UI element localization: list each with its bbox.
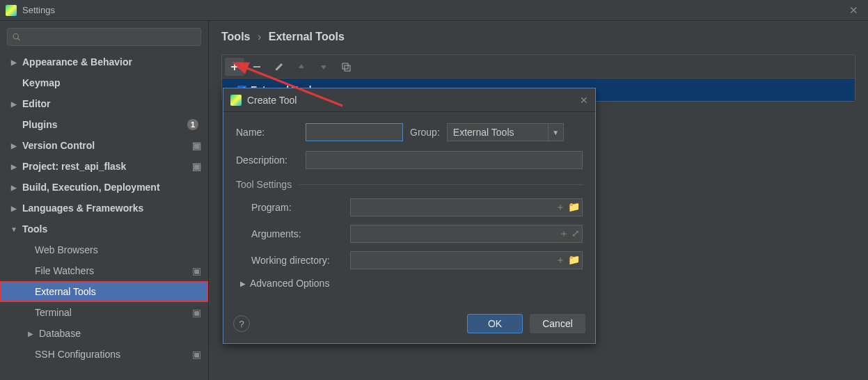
advanced-options-toggle[interactable]: ▶ Advanced Options bbox=[236, 278, 583, 289]
insert-macro-icon[interactable]: ＋ bbox=[559, 228, 569, 240]
svg-line-1 bbox=[18, 38, 20, 40]
window-close-button[interactable]: ✕ bbox=[845, 3, 862, 18]
pencil-icon bbox=[274, 62, 284, 72]
svg-rect-6 bbox=[345, 65, 350, 71]
remove-tool-button[interactable] bbox=[247, 58, 267, 76]
sidebar-item-ssh-config[interactable]: SSH Configurations▣ bbox=[0, 344, 208, 365]
sidebar-item-appearance[interactable]: ▶Appearance & Behavior bbox=[0, 52, 208, 72]
arrow-up-icon bbox=[297, 63, 306, 71]
breadcrumb-root[interactable]: Tools bbox=[221, 31, 250, 42]
program-label: Program: bbox=[251, 202, 342, 213]
description-input[interactable] bbox=[306, 151, 583, 169]
update-badge: 1 bbox=[187, 119, 198, 130]
create-tool-dialog: Create Tool ✕ Name: Group: External Tool… bbox=[223, 88, 596, 344]
copy-icon bbox=[341, 62, 351, 72]
working-dir-input[interactable] bbox=[350, 251, 583, 269]
sidebar-item-label: Tools bbox=[22, 223, 201, 235]
sidebar-item-keymap[interactable]: Keymap bbox=[0, 72, 208, 93]
settings-sidebar: ▶Appearance & Behavior Keymap ▶Editor Pl… bbox=[0, 21, 209, 380]
sidebar-item-file-watchers[interactable]: File Watchers▣ bbox=[0, 260, 208, 281]
project-scope-icon: ▣ bbox=[192, 349, 201, 360]
chevron-right-icon: ▶ bbox=[10, 205, 18, 212]
arrow-down-icon bbox=[319, 63, 328, 71]
chevron-right-icon: ▶ bbox=[240, 280, 246, 287]
settings-tree: ▶Appearance & Behavior Keymap ▶Editor Pl… bbox=[0, 52, 208, 365]
group-combobox[interactable]: External Tools ▼ bbox=[447, 123, 564, 141]
sidebar-item-label: Plugins bbox=[22, 119, 187, 130]
advanced-label: Advanced Options bbox=[250, 278, 329, 289]
tool-name-input[interactable] bbox=[306, 123, 403, 141]
minus-icon bbox=[252, 62, 262, 72]
dialog-title-bar: Create Tool ✕ bbox=[223, 88, 595, 112]
chevron-right-icon: ▶ bbox=[10, 58, 18, 66]
settings-search-input[interactable] bbox=[7, 28, 201, 46]
settings-search-field[interactable] bbox=[24, 32, 196, 42]
tools-toolbar bbox=[222, 55, 855, 79]
breadcrumb-leaf: External Tools bbox=[269, 31, 345, 42]
pycharm-icon bbox=[230, 95, 242, 106]
title-bar: Settings ✕ bbox=[0, 0, 868, 21]
ok-button[interactable]: OK bbox=[467, 314, 523, 333]
edit-tool-button[interactable] bbox=[269, 58, 289, 76]
sidebar-item-plugins[interactable]: Plugins1 bbox=[0, 114, 208, 135]
chevron-right-icon: ▶ bbox=[10, 163, 18, 171]
chevron-right-icon: ▶ bbox=[26, 330, 35, 338]
project-scope-icon: ▣ bbox=[192, 161, 201, 172]
sidebar-item-label: Build, Execution, Deployment bbox=[22, 182, 201, 193]
project-scope-icon: ▣ bbox=[192, 265, 201, 276]
sidebar-item-build[interactable]: ▶Build, Execution, Deployment bbox=[0, 177, 208, 198]
arguments-input[interactable] bbox=[350, 225, 583, 243]
section-title: Tool Settings bbox=[236, 179, 292, 190]
move-down-button[interactable] bbox=[314, 58, 333, 76]
arguments-label: Arguments: bbox=[251, 228, 342, 239]
sidebar-item-external-tools[interactable]: External Tools bbox=[0, 281, 208, 302]
pycharm-icon bbox=[6, 5, 17, 16]
insert-macro-icon[interactable]: ＋ bbox=[555, 201, 565, 214]
description-label: Description: bbox=[236, 155, 299, 166]
move-up-button[interactable] bbox=[292, 58, 311, 76]
svg-point-0 bbox=[13, 33, 18, 38]
sidebar-item-label: Terminal bbox=[35, 307, 188, 318]
sidebar-item-database[interactable]: ▶Database bbox=[0, 323, 208, 344]
sidebar-item-label: Keymap bbox=[22, 77, 201, 88]
sidebar-item-label: Database bbox=[39, 328, 201, 339]
dialog-title: Create Tool bbox=[247, 95, 297, 106]
browse-folder-icon[interactable]: 📁 bbox=[568, 201, 580, 214]
chevron-right-icon: ▶ bbox=[10, 142, 18, 150]
sidebar-item-label: External Tools bbox=[35, 286, 201, 297]
insert-macro-icon[interactable]: ＋ bbox=[555, 254, 565, 267]
expand-icon[interactable]: ⤢ bbox=[571, 228, 580, 240]
sidebar-item-label: Appearance & Behavior bbox=[22, 56, 201, 68]
cancel-button[interactable]: Cancel bbox=[530, 314, 585, 333]
group-label: Group: bbox=[410, 127, 440, 138]
svg-rect-5 bbox=[342, 63, 348, 69]
sidebar-item-label: SSH Configurations bbox=[35, 349, 188, 360]
project-scope-icon: ▣ bbox=[192, 307, 201, 318]
chevron-down-icon: ▼ bbox=[548, 124, 563, 141]
help-button[interactable]: ? bbox=[233, 315, 250, 332]
sidebar-item-label: Editor bbox=[22, 98, 201, 109]
sidebar-item-label: Version Control bbox=[22, 140, 188, 151]
sidebar-item-label: Languages & Frameworks bbox=[22, 203, 201, 214]
sidebar-item-label: File Watchers bbox=[35, 265, 188, 276]
tool-settings-section: Tool Settings bbox=[236, 179, 583, 190]
sidebar-item-languages[interactable]: ▶Languages & Frameworks bbox=[0, 198, 208, 219]
sidebar-item-web-browsers[interactable]: Web Browsers bbox=[0, 239, 208, 260]
program-input[interactable] bbox=[350, 198, 583, 216]
dialog-close-button[interactable]: ✕ bbox=[580, 95, 588, 106]
copy-tool-button[interactable] bbox=[336, 58, 356, 76]
sidebar-item-editor[interactable]: ▶Editor bbox=[0, 93, 208, 114]
sidebar-item-label: Project: rest_api_flask bbox=[22, 161, 188, 172]
sidebar-item-terminal[interactable]: Terminal▣ bbox=[0, 302, 208, 323]
sidebar-item-vcs[interactable]: ▶Version Control▣ bbox=[0, 135, 208, 156]
sidebar-item-project[interactable]: ▶Project: rest_api_flask▣ bbox=[0, 156, 208, 177]
browse-folder-icon[interactable]: 📁 bbox=[568, 254, 580, 267]
chevron-right-icon: ▶ bbox=[10, 100, 18, 108]
chevron-right-icon: ▶ bbox=[10, 184, 18, 191]
name-label: Name: bbox=[236, 127, 299, 138]
group-value: External Tools bbox=[453, 127, 514, 138]
sidebar-item-tools[interactable]: ▼Tools bbox=[0, 219, 208, 239]
window-title: Settings bbox=[22, 5, 55, 15]
add-tool-button[interactable] bbox=[225, 58, 244, 76]
plus-icon bbox=[230, 62, 239, 72]
